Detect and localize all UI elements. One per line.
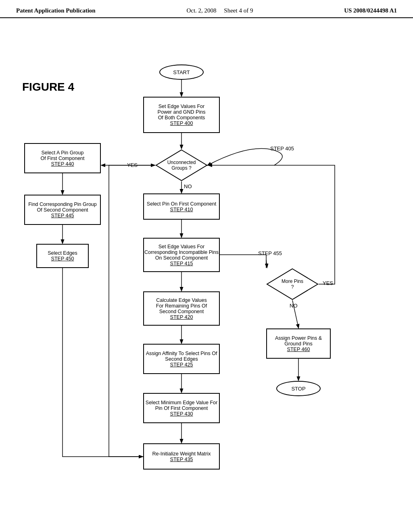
stop-node: STOP xyxy=(276,381,321,396)
step415-box: Set Edge Values For Corresponding Incomp… xyxy=(143,238,220,272)
step425-box: Assign Affinity To Select Pins Of Second… xyxy=(143,344,220,374)
step460-box: Assign Power Pins & Ground Pins STEP 460 xyxy=(266,328,331,359)
svg-marker-1 xyxy=(267,269,318,299)
no-label-1: NO xyxy=(184,183,192,189)
step400-box: Set Edge Values For Power and GND Pins O… xyxy=(143,97,220,133)
step405-label: STEP 405 xyxy=(270,145,294,152)
step445-box: Find Corresponding Pin Group Of Second C… xyxy=(24,195,101,225)
page-header: Patent Application Publication Oct. 2, 2… xyxy=(0,0,413,18)
header-center: Oct. 2, 2008 Sheet 4 of 9 xyxy=(186,7,253,14)
diamond405 xyxy=(155,149,208,181)
publication-title: Patent Application Publication xyxy=(16,7,96,14)
step420-box: Calculate Edge Values For Remaining Pins… xyxy=(143,291,220,326)
step410-box: Select Pin On First Component STEP 410 xyxy=(143,193,220,220)
step435-box: Re-Initialize Weight Matrix STEP 435 xyxy=(143,443,220,470)
diagram-area: FIGURE 4 START Set Edge Values For Power… xyxy=(0,18,413,514)
figure-label: FIGURE 4 xyxy=(22,81,74,94)
publication-date: Oct. 2, 2008 xyxy=(186,7,216,14)
start-node: START xyxy=(159,64,204,80)
step455-label: STEP 455 xyxy=(258,250,282,256)
patent-number: US 2008/0244498 A1 xyxy=(344,7,397,14)
svg-marker-0 xyxy=(156,150,207,181)
svg-line-10 xyxy=(266,260,267,267)
no-label-2: NO xyxy=(290,303,298,309)
yes-label-2: YES xyxy=(323,280,333,286)
step450-box: Select Edges STEP 450 xyxy=(36,244,89,268)
diamond455 xyxy=(266,268,319,300)
step440-box: Select A Pin Group Of First Component ST… xyxy=(24,143,101,173)
step430-box: Select Minimum Edge Value For Pin Of Fir… xyxy=(143,393,220,423)
yes-label-1: YES xyxy=(127,162,138,168)
sheet-number: Sheet 4 of 9 xyxy=(224,7,253,14)
